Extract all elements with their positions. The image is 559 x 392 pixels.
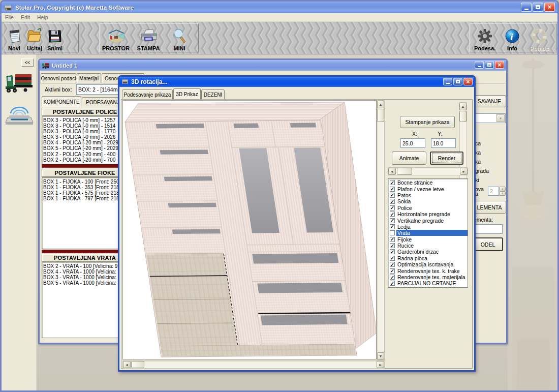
doc-tab-materijal[interactable]: Materijal <box>77 73 101 83</box>
checkbox-checked-icon[interactable]: ✓ <box>390 180 395 185</box>
layer-row[interactable]: ✓Patos <box>388 192 468 198</box>
element-name-field[interactable] <box>473 224 503 234</box>
layer-row[interactable]: ✓Radna ploca <box>388 255 468 261</box>
spinner-buttons[interactable]: ▲ ▼ <box>499 187 506 196</box>
list-item[interactable]: BOX 3 - POLICA [-0 mm] - 1257 <box>43 117 127 123</box>
viewport-3d[interactable] <box>122 100 377 359</box>
checkbox-checked-icon[interactable]: ✓ <box>390 281 395 286</box>
scroll-left-icon[interactable]: ◄ <box>388 168 396 175</box>
fioke-list[interactable]: BOX 1 - FIJOKA - 100 [Front: 250]BOX 1 -… <box>42 177 128 249</box>
checkbox-checked-icon[interactable]: ✓ <box>390 193 395 198</box>
spin-down-icon[interactable]: ▼ <box>499 191 506 196</box>
y-value-field[interactable]: 18.0 <box>431 138 456 148</box>
list-item[interactable]: BOX 4 - POLICA [-20 mm] - 2029 <box>43 140 127 145</box>
layer-row[interactable]: ✓Horizontalne pregrade <box>388 211 468 217</box>
stampa-button[interactable]: STAMPA <box>132 24 165 52</box>
checkbox-checked-icon[interactable]: ✓ <box>390 224 395 229</box>
checkbox-checked-icon[interactable]: ✓ <box>390 218 395 223</box>
spinner-field[interactable]: 2 <box>488 187 499 196</box>
dialog-tab-3d-prikaz[interactable]: 3D Prikaz <box>173 88 201 99</box>
list-item[interactable]: BOX 1 - FIJOKA - 353 [Front: 218] <box>43 185 127 190</box>
layer-checkbox-list[interactable]: ✓Bocne stranice✓Plafon / vezne letve✓Pat… <box>388 178 468 288</box>
doc-close-button[interactable]: × <box>495 61 504 69</box>
maximize-button[interactable] <box>533 3 543 12</box>
checkbox-checked-icon[interactable]: ✓ <box>390 212 395 217</box>
list-item[interactable]: BOX 3 - VRATA - 1000 [Velicina: <box>43 275 127 280</box>
podesavanje-right-button[interactable]: SAVANJE <box>473 95 506 107</box>
layer-row[interactable]: ✓Police <box>388 205 468 211</box>
model-button[interactable]: ODEL <box>473 237 503 251</box>
render-button[interactable]: Render <box>430 152 463 165</box>
layer-row[interactable]: ✓Renderovanje tex. materijala <box>388 274 468 280</box>
list-item[interactable]: BOX 5 - POLICA [-20 mm] - 2029 <box>43 145 127 151</box>
menu-help[interactable]: Help <box>34 13 52 21</box>
list-item[interactable]: BOX 5 - VRATA - 1000 [Velicina: <box>43 280 127 286</box>
scrollbar-thumb[interactable] <box>397 168 412 175</box>
podesa-button[interactable]: Podesa. <box>470 24 500 52</box>
list-item[interactable]: BOX 2 - VRATA - 100 [Velicina: 9 <box>43 263 127 269</box>
list-item[interactable]: BOX 1 - FIJOKA - 100 [Front: 250] <box>43 179 127 185</box>
checkbox-unchecked-icon[interactable] <box>390 230 395 235</box>
list-item[interactable]: BOX 2 - POLICA [-20 mm] - 400 <box>43 152 127 157</box>
checkbox-checked-icon[interactable]: ✓ <box>390 256 395 261</box>
list-item[interactable]: BOX 1 - FIJOKA - 575 [Front: 218] <box>43 190 127 196</box>
checkbox-checked-icon[interactable]: ✓ <box>390 275 395 280</box>
layer-row[interactable]: ✓Optimizacija iscrtavanja <box>388 261 468 267</box>
scroll-down-icon[interactable]: ▼ <box>377 352 384 360</box>
stampanje-prikaza-button[interactable]: Stampanje prikaza <box>400 116 455 128</box>
layer-row[interactable]: ✓Plafon / vezne letve <box>388 186 468 192</box>
truck-icon[interactable] <box>4 71 34 96</box>
checkbox-checked-icon[interactable]: ✓ <box>390 205 395 210</box>
info-button[interactable]: i Info <box>500 24 524 52</box>
list-item[interactable]: BOX 3 - POLICA [-0 mm] - 1514 <box>43 123 127 129</box>
list-item[interactable]: BOX 4 - VRATA - 1000 [Velicina: <box>43 269 127 275</box>
snimi-button[interactable]: Snimi <box>45 24 65 52</box>
minimize-button[interactable] <box>521 3 532 12</box>
list-item[interactable]: BOX 3 - POLICA [-0 mm] - 1770 <box>43 129 127 134</box>
ucitaj-button[interactable]: Ucitaj <box>24 24 45 52</box>
novi-button[interactable]: Novi <box>4 24 24 52</box>
scanner-icon[interactable] <box>5 101 34 127</box>
subtab-komponente[interactable]: KOMPONENTE <box>42 96 81 107</box>
scroll-right-icon[interactable]: ► <box>460 168 468 175</box>
checkbox-checked-icon[interactable]: ✓ <box>390 268 395 274</box>
layer-row[interactable]: ✓Sokla <box>388 198 468 204</box>
layer-row[interactable]: ✓Renderovanje tex. k. trake <box>388 267 468 274</box>
checkbox-checked-icon[interactable]: ✓ <box>390 237 395 242</box>
combo-arrow-icon[interactable]: ▼ <box>496 114 505 122</box>
list-item[interactable]: BOX 3 - POLICA [-0 mm] - 2026 <box>43 134 127 140</box>
dialog-minimize-button[interactable] <box>443 78 452 85</box>
dialog-titlebar[interactable]: 3D rotacija... × <box>119 77 474 87</box>
list-item[interactable]: BOX 2 - POLICA [-20 mm] - 700 <box>43 157 127 163</box>
doc-minimize-button[interactable] <box>475 61 484 69</box>
rotation-hscrollbar[interactable]: ◄ ► <box>388 167 468 175</box>
scroll-up-icon[interactable]: ▲ <box>459 103 467 110</box>
checkbox-checked-icon[interactable]: ✓ <box>390 249 395 254</box>
animate-button[interactable]: Animate <box>392 152 426 165</box>
viewport-hscrollbar[interactable]: ◄ ► <box>122 360 385 369</box>
police-list[interactable]: BOX 3 - POLICA [-0 mm] - 1257BOX 3 - POL… <box>42 116 128 164</box>
viewport-vscrollbar[interactable]: ▲ ▼ <box>377 100 385 360</box>
pomoc-button[interactable]: Pomoc <box>524 24 554 52</box>
dialog-tab-dezeni[interactable]: DEZENI <box>201 89 225 99</box>
scrollbar-thumb[interactable] <box>131 361 144 368</box>
doc-tab-osnovni-podaci[interactable]: Osnovni podaci <box>41 73 76 83</box>
menu-edit[interactable]: Edit <box>17 13 34 21</box>
scroll-left-icon[interactable]: ◄ <box>123 361 131 368</box>
layer-row[interactable]: ✓Garderobni drzac <box>388 249 468 255</box>
dialog-tab-podesavanje[interactable]: Podesavanje prikaza <box>122 89 173 99</box>
list-item[interactable]: BOX 1 - FIJOKA - 797 [Front: 218] <box>43 196 127 201</box>
collapse-sidebar-button[interactable]: << <box>21 58 34 67</box>
prostor-button[interactable]: PROSTOR <box>100 24 132 52</box>
x-value-field[interactable]: 25.0 <box>400 138 425 148</box>
scroll-up-icon[interactable]: ▲ <box>377 101 384 108</box>
material-combo[interactable]: ▼ <box>473 113 506 123</box>
doc-titlebar[interactable]: Untitled 1 × <box>40 60 506 71</box>
menu-file[interactable]: File <box>2 13 17 21</box>
layer-row[interactable]: ✓Fijoke <box>388 236 468 243</box>
layer-row[interactable]: ✓Vertikalne pregrade <box>388 217 468 223</box>
checkbox-checked-icon[interactable]: ✓ <box>390 199 395 204</box>
layer-row[interactable]: ✓Ledja <box>388 224 468 230</box>
mini-button[interactable]: MINI <box>165 24 194 52</box>
dialog-close-button[interactable]: × <box>463 78 473 85</box>
